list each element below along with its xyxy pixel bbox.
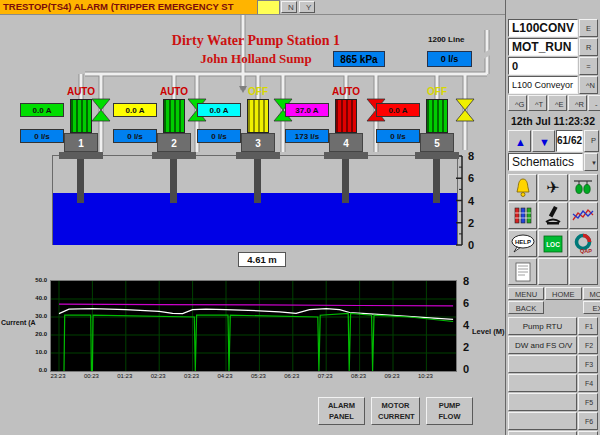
- trend-x-ticks: 23:2300:2301:2302:2303:2304:2305:2306:23…: [0, 373, 505, 383]
- pump-flow-button[interactable]: PUMP FLOW: [426, 397, 473, 425]
- microscope-icon: [541, 205, 565, 227]
- notes-icon-button[interactable]: [508, 258, 537, 285]
- trend-icon-button[interactable]: [569, 202, 598, 229]
- svg-text:0: 0: [468, 239, 474, 251]
- help-label: HELP: [515, 238, 531, 244]
- fkey-f3[interactable]: F3: [578, 355, 598, 373]
- point-tag-field[interactable]: MOT_RUN: [508, 38, 578, 56]
- quick-g-button[interactable]: ^G: [508, 95, 527, 111]
- local-mode-icon-button[interactable]: LOC: [538, 230, 567, 257]
- alarm-bell-icon: [511, 177, 535, 199]
- pump-icon[interactable]: [70, 99, 92, 133]
- alarm-panel-button[interactable]: ALARM PANEL: [318, 397, 365, 425]
- edit-button[interactable]: E: [579, 19, 598, 37]
- pump-number[interactable]: 1: [64, 133, 98, 152]
- qap-label: QAP: [580, 248, 592, 254]
- quick-minus-button[interactable]: -: [588, 95, 600, 111]
- pump-icon[interactable]: [426, 99, 448, 133]
- more-button[interactable]: MORE: [583, 287, 600, 300]
- trend-plot[interactable]: [50, 280, 457, 372]
- help-icon-button[interactable]: HELP: [508, 230, 537, 257]
- pump-number[interactable]: 3: [241, 133, 275, 152]
- pump-icon[interactable]: [335, 99, 357, 133]
- point-name-field[interactable]: L100CONV: [508, 19, 578, 37]
- page-down-button[interactable]: ▼: [532, 130, 555, 152]
- pump-flow-value[interactable]: 0 l/s: [197, 129, 241, 143]
- read-button[interactable]: R: [579, 38, 598, 56]
- fkey-f6[interactable]: F6: [578, 412, 598, 430]
- alarm-no-button[interactable]: N: [281, 1, 297, 13]
- function-key-list: Pump RTU F1 DW and FS O/V F2 F3 F4 F5: [508, 317, 598, 435]
- gauges-icon-button[interactable]: [508, 202, 537, 229]
- exit-button[interactable]: EXIT: [583, 301, 600, 314]
- fkey-target-empty[interactable]: [508, 374, 577, 392]
- tank-level-value[interactable]: 4.61 m: [238, 252, 286, 267]
- fkey-target-pump-rtu[interactable]: Pump RTU: [508, 317, 577, 335]
- alarm-bell-icon-button[interactable]: [508, 174, 537, 201]
- datetime-display: 12th Jul 11:23:32: [506, 113, 600, 129]
- pump-shaft: [254, 159, 261, 203]
- pump-mode-label[interactable]: OFF: [402, 86, 472, 97]
- fkey-target-empty[interactable]: [508, 431, 577, 435]
- quick-e-button[interactable]: ^E: [548, 95, 567, 111]
- pump-icon[interactable]: [247, 99, 269, 133]
- notes-icon: [511, 261, 535, 283]
- point-value-field[interactable]: 0: [508, 57, 578, 75]
- print-button[interactable]: P: [584, 130, 599, 152]
- qap-logo-button[interactable]: QAP: [569, 230, 598, 257]
- pump-current-value[interactable]: 0.0 A: [197, 103, 241, 117]
- aircraft-icon: ✈: [546, 180, 559, 196]
- pump-flow-value[interactable]: 0 l/s: [20, 129, 64, 143]
- motor-current-button[interactable]: MOTOR CURRENT: [371, 397, 420, 425]
- nav-n-button[interactable]: ^N: [579, 76, 598, 94]
- empty-icon-cell: [569, 258, 598, 285]
- pump-current-value[interactable]: 0.0 A: [20, 103, 64, 117]
- quick-r-button[interactable]: ^R: [568, 95, 587, 111]
- fkey-target-empty[interactable]: [508, 412, 577, 430]
- pump-flow-value[interactable]: 0 l/s: [113, 129, 157, 143]
- home-button[interactable]: HOME: [545, 287, 582, 300]
- fkey-target-dw-fs-ov[interactable]: DW and FS O/V: [508, 336, 577, 354]
- back-button[interactable]: BACK: [508, 301, 544, 314]
- fkey-f2[interactable]: F2: [578, 336, 598, 354]
- view-mode-dropdown[interactable]: Schematics: [508, 153, 583, 171]
- equals-button[interactable]: =: [579, 57, 598, 75]
- microscope-icon-button[interactable]: [538, 202, 567, 229]
- pump-base: [324, 152, 368, 159]
- fkey-f5[interactable]: F5: [578, 393, 598, 411]
- page-up-button[interactable]: ▲: [508, 130, 531, 152]
- tags-icon-button[interactable]: [569, 174, 598, 201]
- quick-t-button[interactable]: ^T: [528, 95, 547, 111]
- svg-text:8: 8: [463, 275, 469, 287]
- button-line: MOTOR: [382, 401, 410, 410]
- button-line: CURRENT: [378, 412, 415, 421]
- pump-number[interactable]: 2: [157, 133, 191, 152]
- alarm-ack-box[interactable]: [257, 0, 280, 15]
- pump-number[interactable]: 4: [329, 133, 363, 152]
- alarm-yes-button[interactable]: Y: [299, 1, 315, 13]
- pump-flow-value[interactable]: 0 l/s: [376, 129, 420, 143]
- svg-text:6: 6: [468, 172, 474, 184]
- local-mode-icon: LOC: [541, 233, 565, 255]
- pump-flow-value[interactable]: 173 l/s: [285, 129, 329, 143]
- fkey-f1[interactable]: F1: [578, 317, 598, 335]
- pump-icon[interactable]: [163, 99, 185, 133]
- dropdown-arrow-icon[interactable]: ▼: [584, 153, 598, 171]
- fkey-f4[interactable]: F4: [578, 374, 598, 392]
- button-line: PANEL: [329, 412, 354, 421]
- pump-number[interactable]: 5: [420, 133, 454, 152]
- pump-current-value[interactable]: 37.0 A: [285, 103, 329, 117]
- pump-current-value[interactable]: 0.0 A: [376, 103, 420, 117]
- svg-text:Level (M): Level (M): [472, 327, 505, 336]
- fkey-f7[interactable]: F7: [578, 431, 598, 435]
- point-desc-field[interactable]: L100 Conveyor: [508, 76, 578, 94]
- pressure-value[interactable]: 865 kPa: [333, 51, 385, 67]
- pump-current-value[interactable]: 0.0 A: [113, 103, 157, 117]
- fkey-target-empty[interactable]: [508, 393, 577, 411]
- icon-grid: ✈: [508, 174, 598, 285]
- line-flow-value[interactable]: 0 l/s: [427, 51, 472, 67]
- svg-text:2: 2: [468, 217, 474, 229]
- aircraft-icon-button[interactable]: ✈: [538, 174, 567, 201]
- fkey-target-empty[interactable]: [508, 355, 577, 373]
- menu-button[interactable]: MENU: [508, 287, 544, 300]
